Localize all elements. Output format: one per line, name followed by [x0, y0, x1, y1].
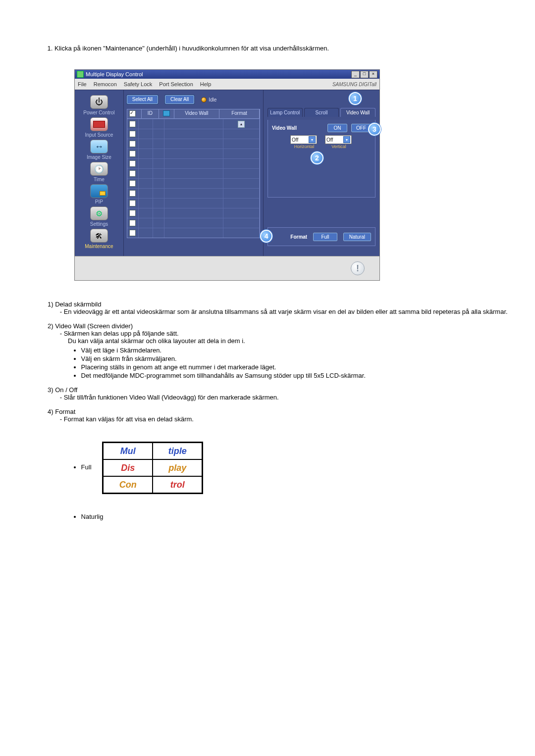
format-natural-label: Naturlig — [81, 513, 104, 520]
row-checkbox[interactable] — [129, 160, 136, 167]
sidebar-label: Power Control — [77, 110, 121, 115]
chevron-down-icon: ▾ — [309, 136, 316, 143]
intro-item: Klicka på ikonen "Maintenance" (underhål… — [54, 45, 515, 52]
minimize-button[interactable]: _ — [351, 71, 360, 78]
format-bullet-full: Full Mul tiple Dis play Con trol — [81, 442, 515, 494]
tab-lamp-control[interactable]: Lamp Control — [268, 108, 303, 117]
row-checkbox[interactable] — [129, 180, 136, 187]
diag-cell: Mul — [103, 443, 153, 459]
title-2: Video Wall (Screen divider) — [55, 322, 133, 330]
sidebar-item-pip[interactable]: PIP — [77, 184, 121, 204]
row-checkbox[interactable] — [129, 121, 136, 127]
table-row[interactable]: ▴ — [127, 119, 260, 129]
table-row[interactable] — [127, 139, 260, 149]
description-block: 1) Delad skärmbild - En videovägg är ett… — [48, 301, 515, 520]
maximize-button[interactable]: □ — [360, 71, 369, 78]
bullet: Välj en skärm från skärmväljaren. — [81, 355, 515, 362]
table-row[interactable] — [127, 158, 260, 168]
sidebar-item-image-size[interactable]: Image Size — [77, 140, 121, 160]
row-checkbox[interactable] — [129, 210, 136, 216]
tabbar: Lamp Control Scroll Video Wall — [268, 108, 375, 117]
format-panel: 4 Format Full Natural — [268, 227, 375, 246]
sidebar-label: PIP — [77, 199, 121, 204]
desc-2-line2: Du kan välja antal skärmar och olika lay… — [68, 337, 245, 345]
sidebar-label: Settings — [77, 221, 121, 227]
desc-section-4: 4) Format - Format kan väljas för att vi… — [48, 408, 515, 520]
horizontal-value: Off — [292, 137, 298, 143]
num-1: 1) — [48, 301, 54, 308]
diag-cell: trol — [153, 476, 202, 493]
table-row[interactable] — [127, 198, 260, 208]
table-row[interactable] — [127, 218, 260, 228]
power-icon — [90, 95, 108, 109]
table-row[interactable] — [127, 208, 260, 218]
title-3: On / Off — [55, 386, 77, 394]
format-full-button[interactable]: Full — [313, 233, 337, 241]
title-1: Delad skärmbild — [55, 301, 101, 308]
row-checkbox[interactable] — [129, 151, 136, 157]
menu-safety-lock[interactable]: Safety Lock — [124, 81, 152, 87]
video-wall-on-button[interactable]: ON — [327, 124, 347, 132]
bullet: Placering ställs in genom att ange ett n… — [81, 363, 515, 371]
table-row[interactable] — [127, 149, 260, 158]
desc-2-line1: Skärmen kan delas upp på följande sätt. — [64, 330, 179, 337]
format-natural-button[interactable]: Natural — [343, 233, 371, 241]
row-checkbox[interactable] — [129, 220, 136, 226]
maintenance-icon — [90, 229, 108, 243]
center-panel: Select All Clear All Idle ID Video Wall … — [123, 90, 264, 256]
row-checkbox[interactable] — [129, 190, 136, 197]
row-checkbox[interactable] — [129, 170, 136, 177]
window-title: Multiple Display Control — [86, 71, 351, 77]
format-full-label: Full — [81, 463, 92, 471]
menu-help[interactable]: Help — [200, 81, 212, 87]
row-checkbox[interactable] — [129, 141, 136, 147]
input-source-icon — [90, 117, 108, 131]
tab-video-wall[interactable]: Video Wall — [340, 108, 375, 117]
vertical-dropdown[interactable]: Off ▾ — [325, 135, 352, 144]
row-checkbox[interactable] — [129, 131, 136, 137]
time-icon — [90, 162, 108, 176]
tab-scroll[interactable]: Scroll — [304, 108, 339, 117]
num-4: 4) — [48, 408, 54, 415]
brand-label: SAMSUNG DIGITall — [332, 82, 376, 87]
table-row[interactable] — [127, 129, 260, 139]
table-row[interactable] — [127, 168, 260, 178]
select-all-button[interactable]: Select All — [127, 95, 158, 104]
table-row[interactable] — [127, 228, 260, 238]
clear-all-button[interactable]: Clear All — [165, 95, 194, 104]
close-button[interactable]: × — [369, 71, 377, 78]
idle-label: Idle — [209, 97, 216, 102]
header-checkbox[interactable] — [129, 110, 136, 117]
diag-cell: tiple — [153, 443, 202, 459]
idle-indicator: Idle — [201, 97, 216, 102]
table-row[interactable] — [127, 178, 260, 188]
menu-remocon[interactable]: Remocon — [94, 81, 117, 87]
grid-body: ▴ — [127, 119, 260, 238]
sidebar-item-settings[interactable]: Settings — [77, 206, 121, 227]
vertical-value: Off — [326, 137, 333, 143]
right-panel: 1 Lamp Control Scroll Video Wall Video W… — [264, 90, 379, 256]
sidebar-item-maintenance[interactable]: Maintenance — [77, 229, 121, 249]
statusbar: ! — [75, 256, 379, 280]
scroll-up-icon[interactable]: ▴ — [238, 121, 245, 128]
desc-section-3: 3) On / Off - Slår till/från funktionen … — [48, 386, 515, 401]
bullet: Välj ett läge i Skärmdelaren. — [81, 347, 515, 354]
horizontal-dropdown[interactable]: Off ▾ — [290, 135, 317, 144]
menu-port-selection[interactable]: Port Selection — [159, 81, 193, 87]
chevron-down-icon: ▾ — [343, 136, 350, 143]
row-checkbox[interactable] — [129, 200, 136, 206]
sidebar-item-input-source[interactable]: Input Source — [77, 117, 121, 138]
row-checkbox[interactable] — [129, 230, 136, 236]
video-wall-panel: Video Wall ON OFF 3 Off ▾ Horizontal — [268, 120, 375, 198]
settings-icon — [90, 206, 108, 220]
sidebar-item-power-control[interactable]: Power Control — [77, 95, 121, 115]
grid-header: ID Video Wall Format — [127, 109, 260, 119]
menu-file[interactable]: File — [78, 81, 87, 87]
grid-header-format[interactable]: Format — [219, 109, 260, 118]
sidebar-item-time[interactable]: Time — [77, 162, 121, 182]
grid-header-id[interactable]: ID — [142, 109, 159, 118]
table-row[interactable] — [127, 188, 260, 198]
bullet: Det medföljande MDC-programmet som tillh… — [81, 372, 515, 379]
grid-header-video-wall[interactable]: Video Wall — [174, 109, 219, 118]
vertical-sub-label: Vertical — [325, 144, 353, 149]
